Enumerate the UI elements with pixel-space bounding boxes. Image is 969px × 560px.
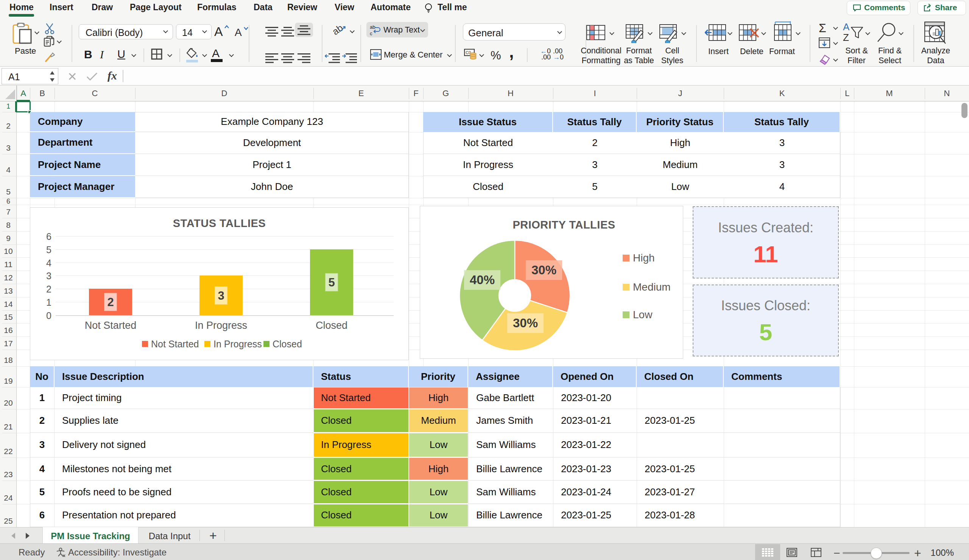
svg-text:c: c	[370, 31, 373, 36]
svg-text:ab: ab	[370, 24, 375, 30]
